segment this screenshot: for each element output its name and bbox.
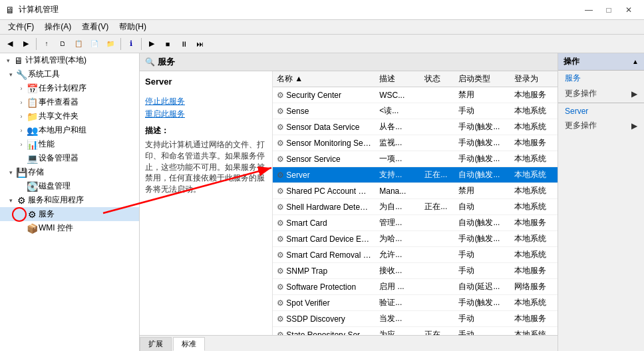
tab-extended[interactable]: 扩展 — [140, 337, 172, 351]
tree-local-users[interactable]: › 👥 本地用户和组 — [0, 123, 139, 137]
tree-performance[interactable]: › 📊 性能 — [0, 137, 139, 151]
col-header-startup[interactable]: 启动类型 — [454, 71, 510, 87]
col-header-status[interactable]: 状态 — [420, 71, 454, 87]
tree-services[interactable]: ⚙ 服务 — [0, 207, 139, 221]
service-name-cell: ⚙ Shell Hardware Detection — [273, 199, 375, 215]
tree-device-manager[interactable]: 💻 设备管理器 — [0, 151, 139, 165]
service-name-cell: ⚙ SNMP Trap — [273, 263, 375, 279]
action-more-2-label: 更多操作 — [565, 120, 597, 131]
services-search-icon: 🔍 — [145, 57, 155, 67]
toolbar-show[interactable]: 🗋 — [55, 37, 70, 51]
table-row[interactable]: ⚙ SSDP Discovery 当发... 手动 本地服务 — [273, 311, 558, 327]
service-status-cell — [420, 279, 454, 295]
table-row[interactable]: ⚙ SNMP Trap 接收... 手动 本地服务 — [273, 263, 558, 279]
tree-wmi[interactable]: 📦 WMI 控件 — [0, 221, 139, 235]
actions-title: 操作 — [564, 56, 579, 67]
service-desc-cell: 一项... — [375, 151, 420, 167]
service-icon: ⚙ — [277, 234, 284, 244]
toolbar-pause[interactable]: ⏸ — [176, 37, 191, 51]
toolbar-btn4[interactable]: 📄 — [87, 37, 102, 51]
table-row[interactable]: ⚙ Sense <读... 手动 本地系统 — [273, 103, 558, 119]
toolbar-play[interactable]: ▶ — [144, 37, 159, 51]
action-server-label: Server — [558, 105, 644, 118]
tree-svc-icon: ⚙ — [27, 209, 37, 220]
service-icon: ⚙ — [277, 298, 284, 308]
table-row[interactable]: ⚙ Software Protection 启用 ... 自动(延迟... 网络… — [273, 279, 558, 295]
table-row[interactable]: ⚙ Shared PC Account Mana... Mana... 禁用 本… — [273, 183, 558, 199]
table-row[interactable]: ⚙ Smart Card 管理... 自动(触发... 本地服务 — [273, 215, 558, 231]
toolbar-forward[interactable]: ▶ — [19, 37, 33, 51]
table-row[interactable]: ⚙ Server 支持... 正在... 自动(触发... 本地系统 — [273, 167, 558, 183]
maximize-button[interactable]: □ — [599, 0, 619, 20]
service-status-cell — [420, 295, 454, 311]
mid-panel: 🔍 服务 Server 停止此服务 重启此服务 描述： 支持此计算机通过网络的文… — [140, 53, 558, 351]
service-startup-cell: 手动(触发... — [454, 119, 510, 135]
service-login-cell: 本地系统 — [510, 119, 558, 135]
tree-event-viewer[interactable]: › 📋 事件查看器 — [0, 95, 139, 109]
table-row[interactable]: ⚙ Smart Card Removal Poli... 允许... 手动 本地… — [273, 247, 558, 263]
service-name-cell: ⚙ Spot Verifier — [273, 295, 375, 311]
tree-shared-expand: › — [16, 113, 27, 120]
table-row[interactable]: ⚙ Sensor Service 一项... 手动(触发... 本地系统 — [273, 151, 558, 167]
service-status-cell: 正在... — [420, 199, 454, 215]
desc-pane-links: Server 停止此服务 重启此服务 — [145, 77, 267, 120]
tree-task-scheduler[interactable]: › 📅 任务计划程序 — [0, 81, 139, 95]
minimize-button[interactable]: — — [579, 0, 599, 20]
action-more-1[interactable]: 更多操作 ▶ — [558, 86, 644, 101]
menu-file[interactable]: 文件(F) — [3, 20, 39, 34]
col-header-login[interactable]: 登录为 — [510, 71, 558, 87]
tree-svcapp-label: 服务和应用程序 — [27, 194, 84, 206]
col-header-desc[interactable]: 描述 — [375, 71, 420, 87]
toolbar-help[interactable]: ℹ — [124, 37, 138, 51]
toolbar-stop[interactable]: ■ — [160, 37, 175, 51]
service-name-cell: ⚙ Smart Card Removal Poli... — [273, 247, 375, 263]
service-status-cell — [420, 87, 454, 103]
tree-storage-expand: ▾ — [5, 169, 16, 176]
menu-view[interactable]: 查看(V) — [77, 20, 114, 34]
service-desc-cell: 启用 ... — [375, 279, 420, 295]
menu-bar: 文件(F) 操作(A) 查看(V) 帮助(H) — [0, 20, 644, 35]
toolbar-btn3[interactable]: 📋 — [71, 37, 86, 51]
col-header-name[interactable]: 名称 ▲ — [273, 71, 375, 87]
close-button[interactable]: ✕ — [619, 0, 639, 20]
tree-perf-expand: › — [16, 141, 27, 148]
title-bar-controls: — □ ✕ — [579, 0, 639, 20]
actions-collapse-icon[interactable]: ▲ — [632, 58, 639, 65]
tree-root[interactable]: ▾ 🖥 计算机管理(本地) — [0, 53, 139, 67]
tree-services-apps[interactable]: ▾ ⚙ 服务和应用程序 — [0, 193, 139, 207]
tree-svcapp-expand: ▾ — [5, 197, 16, 204]
tab-standard[interactable]: 标准 — [173, 337, 205, 351]
service-desc-cell: 监视... — [375, 135, 420, 151]
tree-svc-label: 服务 — [37, 208, 55, 220]
service-status-cell — [420, 135, 454, 151]
table-row[interactable]: ⚙ Spot Verifier 验证... 手动(触发... 本地系统 — [273, 295, 558, 311]
table-row[interactable]: ⚙ State Repository Service 为应... 正在... 手… — [273, 327, 558, 336]
toolbar-restart[interactable]: ⏭ — [192, 37, 207, 51]
tree-storage[interactable]: ▾ 💾 存储 — [0, 165, 139, 179]
service-icon: ⚙ — [277, 171, 284, 180]
restart-service-link[interactable]: 重启此服务 — [145, 109, 267, 120]
action-more-2[interactable]: 更多操作 ▶ — [558, 118, 644, 133]
table-row[interactable]: ⚙ Sensor Data Service 从各... 手动(触发... 本地系… — [273, 119, 558, 135]
service-login-cell: 本地系统 — [510, 103, 558, 119]
table-row[interactable]: ⚙ Shell Hardware Detection 为自... 正在... 自… — [273, 199, 558, 215]
desc-text: 支持此计算机通过网络的文件、打印、和命名管道共享。如果服务停止，这些功能不可用。… — [145, 139, 267, 195]
tree-svcapp-icon: ⚙ — [16, 195, 27, 206]
toolbar-sep2 — [120, 38, 121, 50]
tree-sys-tools[interactable]: ▾ 🔧 系统工具 — [0, 67, 139, 81]
toolbar-back[interactable]: ◀ — [3, 37, 17, 51]
tree-shared-folders[interactable]: › 📁 共享文件夹 — [0, 109, 139, 123]
stop-service-link[interactable]: 停止此服务 — [145, 96, 267, 107]
service-name-cell: ⚙ Sensor Data Service — [273, 119, 375, 135]
toolbar-btn5[interactable]: 📁 — [103, 37, 118, 51]
table-row[interactable]: ⚙ Sensor Monitoring Service 监视... 手动(触发.… — [273, 135, 558, 151]
table-row[interactable]: ⚙ Security Center WSC... 禁用 本地服务 — [273, 87, 558, 103]
service-icon: ⚙ — [277, 266, 284, 276]
service-desc-cell: 为哈... — [375, 231, 420, 247]
tree-disk-mgmt[interactable]: 💽 磁盘管理 — [0, 179, 139, 193]
service-status-cell — [420, 151, 454, 167]
menu-action[interactable]: 操作(A) — [39, 20, 77, 34]
table-row[interactable]: ⚙ Smart Card Device Enum... 为哈... 手动(触发.… — [273, 231, 558, 247]
toolbar-up[interactable]: ↑ — [39, 37, 54, 51]
menu-help[interactable]: 帮助(H) — [114, 20, 152, 34]
